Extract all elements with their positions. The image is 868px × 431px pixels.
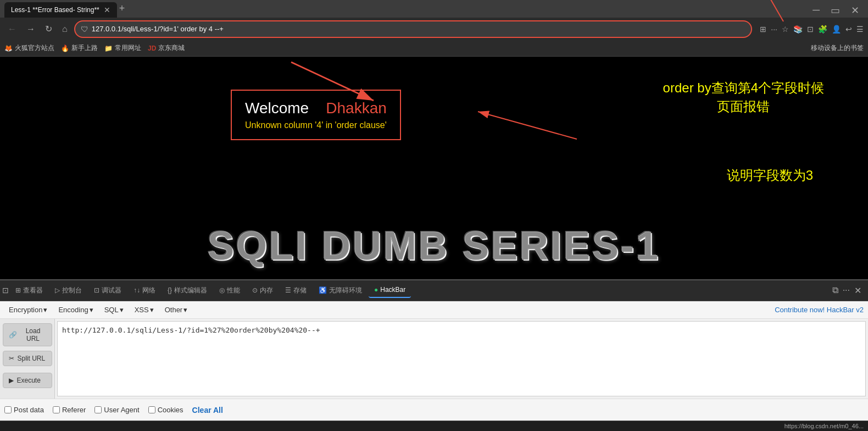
devtools-more-icon[interactable]: ··· xyxy=(843,285,850,295)
encryption-menu[interactable]: Encryption ▾ xyxy=(4,303,52,316)
encryption-dropdown-icon: ▾ xyxy=(43,306,47,314)
encoding-menu[interactable]: Encoding ▾ xyxy=(54,303,97,316)
load-url-icon: 🔗 xyxy=(9,331,17,339)
network-icon: ↑↓ xyxy=(133,286,140,294)
other-label: Other xyxy=(165,306,183,314)
devtools-tab-memory[interactable]: ⊙ 内存 xyxy=(247,283,279,299)
annotation-bottom: 说明字段数为3 xyxy=(727,167,813,184)
reload-button[interactable]: ↻ xyxy=(42,21,55,36)
sql-label: SQL xyxy=(104,306,119,314)
nav-right-icons: ⊞ ··· ☆ 📚 ⊡ 🧩 👤 ↩ ☰ xyxy=(760,25,864,34)
devtools-tab-performance[interactable]: ◎ 性能 xyxy=(214,283,246,299)
tab-title: Less-1 **Error Based- String** xyxy=(11,6,99,14)
load-url-button[interactable]: 🔗 Load URL xyxy=(3,323,52,346)
menu-icon[interactable]: ··· xyxy=(771,25,777,34)
bookmark-common[interactable]: 📁 常用网址 xyxy=(104,43,141,53)
clear-all-button[interactable]: Clear All xyxy=(192,406,223,415)
storage-icon: ☰ xyxy=(285,286,291,294)
devtools-tab-style-editor[interactable]: {} 样式编辑器 xyxy=(162,283,213,299)
status-bar: https://blog.csdn.net/m0_46... xyxy=(0,421,868,431)
xss-label: XSS xyxy=(135,306,149,314)
user-agent-checkbox-label[interactable]: User Agent xyxy=(94,406,139,414)
debugger-icon: ⊡ xyxy=(94,286,99,294)
console-icon: ▷ xyxy=(55,286,60,294)
sql-menu[interactable]: SQL ▾ xyxy=(100,303,128,316)
welcome-line: Welcome Dhakkan xyxy=(245,100,387,117)
encryption-label: Encryption xyxy=(9,306,42,314)
user-agent-label: User Agent xyxy=(104,406,139,414)
hackbar-footer: Post data Referer User Agent Cookies Cle… xyxy=(0,399,868,421)
cookies-checkbox[interactable] xyxy=(148,406,155,413)
active-tab[interactable]: Less-1 **Error Based- String** ✕ xyxy=(4,2,117,18)
bookmark-newbie[interactable]: 🔥 新手上路 xyxy=(61,43,98,53)
address-bar-container[interactable]: 🛡 127.0.0.1/sqli/Less-1/?id=1' order by … xyxy=(74,20,753,38)
execute-icon: ▶ xyxy=(9,377,14,384)
devtools-tab-console[interactable]: ▷ 控制台 xyxy=(49,283,87,299)
library-icon[interactable]: 📚 xyxy=(793,25,803,34)
annotation-line1: order by查询第4个字段时候 xyxy=(663,79,824,97)
encoding-dropdown-icon: ▾ xyxy=(90,306,93,314)
hackbar-menu-bar: Encryption ▾ Encoding ▾ SQL ▾ XSS ▾ Othe… xyxy=(0,301,868,319)
cookies-checkbox-label[interactable]: Cookies xyxy=(148,406,183,414)
hackbar-dot-icon: ● xyxy=(374,286,378,294)
bookmark-common-icon: 📁 xyxy=(104,45,113,52)
devtools-panel: ⊡ ⊞ 查看器 ▷ 控制台 ⊡ 调试器 ↑↓ 网络 {} 样式编辑器 xyxy=(0,279,868,421)
devtools-close-icon[interactable]: ✕ xyxy=(854,285,861,296)
star-icon[interactable]: ☆ xyxy=(782,25,789,34)
post-data-checkbox[interactable] xyxy=(4,406,12,413)
execute-button[interactable]: ▶ Execute xyxy=(3,373,52,388)
referer-checkbox-label[interactable]: Referer xyxy=(53,406,86,414)
hamburger-icon[interactable]: ☰ xyxy=(856,25,864,34)
undo-icon[interactable]: ↩ xyxy=(845,25,852,34)
referer-checkbox[interactable] xyxy=(53,406,60,413)
shield-icon: 🛡 xyxy=(81,25,88,34)
grid-icon[interactable]: ⊞ xyxy=(760,25,766,34)
tab-close-button[interactable]: ✕ xyxy=(104,5,110,14)
devtools-tab-network[interactable]: ↑↓ 网络 xyxy=(128,283,161,299)
split-url-icon: ✂ xyxy=(9,355,14,362)
address-text: 127.0.0.1/sqli/Less-1/?id=1' order by 4 … xyxy=(92,25,746,33)
forward-button[interactable]: → xyxy=(23,22,38,36)
accessibility-icon: ♿ xyxy=(319,286,327,294)
devtools-tab-debugger[interactable]: ⊡ 调试器 xyxy=(88,283,127,299)
split-url-button[interactable]: ✂ Split URL xyxy=(3,351,52,366)
svg-line-2 xyxy=(478,112,577,139)
xss-menu[interactable]: XSS ▾ xyxy=(130,303,158,316)
contribute-link[interactable]: Contribute now! HackBar v2 xyxy=(775,306,864,314)
tab-sync-icon[interactable]: ⊡ xyxy=(807,25,814,34)
devtools-tab-storage[interactable]: ☰ 存储 xyxy=(280,283,312,299)
bookmark-firefox-icon: 🦊 xyxy=(4,45,13,52)
hackbar-main-area: http://127.0.0.1/sqli/Less-1/?id=1%27%20… xyxy=(55,319,868,399)
error-message: Unknown column '4' in 'order clause' xyxy=(245,120,387,130)
devtools-tab-bar: ⊡ ⊞ 查看器 ▷ 控制台 ⊡ 调试器 ↑↓ 网络 {} 样式编辑器 xyxy=(0,280,868,301)
bookmarks-bar: 🦊 火狐官方站点 🔥 新手上路 📁 常用网址 JD 京东商城 移动设备上的书签 xyxy=(0,40,868,57)
memory-icon: ⊙ xyxy=(252,286,258,294)
new-tab-button[interactable]: + xyxy=(119,3,125,18)
back-button[interactable]: ← xyxy=(4,22,20,36)
devtools-tab-hackbar[interactable]: ● HackBar xyxy=(369,283,411,298)
minimize-button[interactable]: ─ xyxy=(808,3,824,17)
bookmark-jd[interactable]: JD 京东商城 xyxy=(148,43,185,53)
style-editor-icon: {} xyxy=(168,286,172,294)
maximize-button[interactable]: ▭ xyxy=(826,3,844,18)
welcome-text: Welcome xyxy=(245,100,309,117)
account-icon[interactable]: 👤 xyxy=(832,25,841,34)
hackbar-panel: Encryption ▾ Encoding ▾ SQL ▾ XSS ▾ Othe… xyxy=(0,301,868,421)
post-data-checkbox-label[interactable]: Post data xyxy=(4,406,44,414)
tab-bar: Less-1 **Error Based- String** ✕ + ─ ▭ ✕ xyxy=(0,0,868,18)
post-data-label: Post data xyxy=(14,406,44,414)
devtools-tab-inspector[interactable]: ⊞ 查看器 xyxy=(10,283,48,299)
window-close-button[interactable]: ✕ xyxy=(847,3,864,18)
other-menu[interactable]: Other ▾ xyxy=(160,303,192,316)
home-button[interactable]: ⌂ xyxy=(59,22,71,36)
extension-icon[interactable]: 🧩 xyxy=(818,25,827,34)
welcome-box: Welcome Dhakkan Unknown column '4' in 'o… xyxy=(231,90,401,140)
bookmark-firefox[interactable]: 🦊 火狐官方站点 xyxy=(4,43,54,53)
devtools-tab-accessibility[interactable]: ♿ 无障碍环境 xyxy=(313,283,368,299)
devtools-dock-icon[interactable]: ⊡ xyxy=(2,286,9,295)
devtools-undock-icon[interactable]: ⧉ xyxy=(832,285,838,295)
url-input[interactable]: http://127.0.0.1/sqli/Less-1/?id=1%27%20… xyxy=(57,321,866,397)
annotation-line3: 说明字段数为3 xyxy=(727,167,813,184)
browser-window: Less-1 **Error Based- String** ✕ + ─ ▭ ✕… xyxy=(0,0,868,431)
user-agent-checkbox[interactable] xyxy=(94,406,102,413)
